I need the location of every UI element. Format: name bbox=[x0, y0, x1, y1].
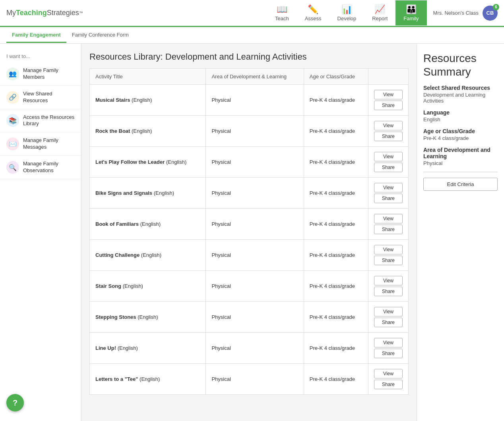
sidebar-item-manage-family-messages[interactable]: ✉️ Manage Family Messages bbox=[0, 132, 81, 156]
cell-grade-1: Pre-K 4 class/grade bbox=[304, 116, 368, 147]
edit-criteria-button[interactable]: Edit Criteria bbox=[423, 178, 498, 191]
cell-area-6: Physical bbox=[206, 271, 304, 302]
share-button-3[interactable]: Share bbox=[374, 194, 403, 203]
sidebar-label-access-resources-library: Access the Resources Library bbox=[23, 114, 75, 128]
sidebar-label-manage-family-observations: Manage Family Observations bbox=[23, 161, 75, 174]
table-row: Musical Stairs (English) Physical Pre-K … bbox=[90, 85, 409, 116]
cell-grade-9: Pre-K 4 class/grade bbox=[304, 364, 368, 395]
table-row: Let's Play Follow the Leader (English) P… bbox=[90, 147, 409, 178]
activity-lang-2: (English) bbox=[166, 159, 186, 165]
view-button-8[interactable]: View bbox=[374, 338, 403, 347]
activity-title-4: Book of Familiars bbox=[95, 221, 139, 227]
cell-grade-6: Pre-K 4 class/grade bbox=[304, 271, 368, 302]
logo: MyTeachingStrategies™ bbox=[6, 9, 83, 17]
share-button-6[interactable]: Share bbox=[374, 287, 403, 296]
sub-nav: Family Engagement Family Conference Form bbox=[0, 27, 504, 44]
sidebar-item-manage-family-members[interactable]: 👥 Manage Family Members bbox=[0, 62, 81, 86]
avatar-initials: CB bbox=[487, 10, 494, 16]
view-button-3[interactable]: View bbox=[374, 183, 403, 192]
view-button-6[interactable]: View bbox=[374, 276, 403, 285]
sidebar-label-manage-family-members: Manage Family Members bbox=[23, 67, 75, 81]
view-button-7[interactable]: View bbox=[374, 307, 403, 316]
view-button-2[interactable]: View bbox=[374, 152, 403, 161]
cell-actions-7: View Share bbox=[368, 302, 409, 333]
cell-title-7: Stepping Stones (English) bbox=[90, 302, 206, 333]
cell-area-5: Physical bbox=[206, 240, 304, 271]
cell-actions-1: View Share bbox=[368, 116, 409, 147]
table-row: Rock the Boat (English) Physical Pre-K 4… bbox=[90, 116, 409, 147]
cell-title-8: Line Up! (English) bbox=[90, 333, 206, 364]
share-button-0[interactable]: Share bbox=[374, 101, 403, 110]
logo-tm: ™ bbox=[79, 11, 83, 15]
nav-report[interactable]: 📈 Report bbox=[364, 0, 395, 25]
activity-title-5: Cutting Challenge bbox=[95, 252, 140, 258]
cell-grade-7: Pre-K 4 class/grade bbox=[304, 302, 368, 333]
sub-nav-conference-form[interactable]: Family Conference Form bbox=[66, 28, 134, 43]
nav-family[interactable]: 👪 Family bbox=[395, 0, 426, 25]
cell-grade-2: Pre-K 4 class/grade bbox=[304, 147, 368, 178]
message-icon: ✉️ bbox=[6, 138, 19, 150]
activity-lang-0: (English) bbox=[132, 97, 152, 103]
cell-title-5: Cutting Challenge (English) bbox=[90, 240, 206, 271]
cell-title-2: Let's Play Follow the Leader (English) bbox=[90, 147, 206, 178]
sidebar: I want to... 👥 Manage Family Members 🔗 V… bbox=[0, 44, 81, 421]
activity-lang-8: (English) bbox=[118, 345, 138, 351]
cell-title-6: Stair Song (English) bbox=[90, 271, 206, 302]
cell-actions-3: View Share bbox=[368, 178, 409, 209]
nav-develop[interactable]: 📊 Develop bbox=[330, 0, 364, 25]
activity-lang-3: (English) bbox=[154, 190, 174, 196]
cell-grade-4: Pre-K 4 class/grade bbox=[304, 209, 368, 240]
summary-section-2: Age or Class/Grade Pre-K 4 class/grade bbox=[423, 128, 498, 141]
logo-teaching: Teaching bbox=[16, 9, 47, 17]
view-button-1[interactable]: View bbox=[374, 121, 403, 130]
table-row: Line Up! (English) Physical Pre-K 4 clas… bbox=[90, 333, 409, 364]
nav-develop-label: Develop bbox=[337, 16, 357, 21]
summary-value-0: Development and Learning Activities bbox=[423, 92, 498, 104]
cell-area-2: Physical bbox=[206, 147, 304, 178]
nav-report-label: Report bbox=[372, 16, 388, 21]
activity-lang-6: (English) bbox=[123, 283, 143, 289]
cell-area-1: Physical bbox=[206, 116, 304, 147]
nav-assess[interactable]: ✏️ Assess bbox=[297, 0, 330, 25]
view-button-4[interactable]: View bbox=[374, 214, 403, 223]
share-button-1[interactable]: Share bbox=[374, 132, 403, 141]
activity-title-3: Bike Signs and Signals bbox=[95, 190, 152, 196]
nav-items: 📖 Teach ✏️ Assess 📊 Develop 📈 Report 👪 F… bbox=[267, 0, 427, 25]
activity-title-9: Letters to a "Tee" bbox=[95, 376, 138, 382]
share-button-7[interactable]: Share bbox=[374, 318, 403, 327]
share-button-9[interactable]: Share bbox=[374, 380, 403, 389]
help-button[interactable]: ? bbox=[6, 394, 24, 411]
share-button-4[interactable]: Share bbox=[374, 225, 403, 234]
people-icon: 👥 bbox=[6, 68, 19, 80]
cell-actions-2: View Share bbox=[368, 147, 409, 178]
sidebar-item-view-shared-resources[interactable]: 🔗 View Shared Resources bbox=[0, 86, 81, 109]
share-button-8[interactable]: Share bbox=[374, 349, 403, 358]
avatar-badge: 6 bbox=[493, 4, 499, 10]
col-header-area: Area of Development & Learning bbox=[206, 69, 304, 85]
activity-title-0: Musical Stairs bbox=[95, 97, 130, 103]
summary-value-1: English bbox=[423, 116, 498, 122]
main-content: Resources Library: Development and Learn… bbox=[81, 44, 417, 421]
cell-actions-4: View Share bbox=[368, 209, 409, 240]
share-button-2[interactable]: Share bbox=[374, 163, 403, 172]
sidebar-item-manage-family-observations[interactable]: 🔍 Manage Family Observations bbox=[0, 156, 81, 179]
activity-lang-4: (English) bbox=[140, 221, 161, 227]
cell-actions-9: View Share bbox=[368, 364, 409, 395]
sidebar-item-access-resources-library[interactable]: 📚 Access the Resources Library bbox=[0, 109, 81, 133]
cell-area-8: Physical bbox=[206, 333, 304, 364]
view-button-9[interactable]: View bbox=[374, 369, 403, 378]
summary-panel: Resources Summary Select Shared Resource… bbox=[417, 44, 504, 421]
sub-nav-family-engagement[interactable]: Family Engagement bbox=[6, 28, 66, 43]
table-row: Cutting Challenge (English) Physical Pre… bbox=[90, 240, 409, 271]
nav-teach[interactable]: 📖 Teach bbox=[267, 0, 297, 25]
view-button-0[interactable]: View bbox=[374, 90, 403, 99]
view-button-5[interactable]: View bbox=[374, 245, 403, 254]
col-header-actions bbox=[368, 69, 409, 85]
activity-title-7: Stepping Stones bbox=[95, 314, 136, 320]
avatar[interactable]: CB 6 bbox=[483, 6, 498, 21]
summary-label-2: Age or Class/Grade bbox=[423, 128, 498, 134]
cell-area-7: Physical bbox=[206, 302, 304, 333]
cell-area-0: Physical bbox=[206, 85, 304, 116]
cell-area-9: Physical bbox=[206, 364, 304, 395]
share-button-5[interactable]: Share bbox=[374, 256, 403, 265]
